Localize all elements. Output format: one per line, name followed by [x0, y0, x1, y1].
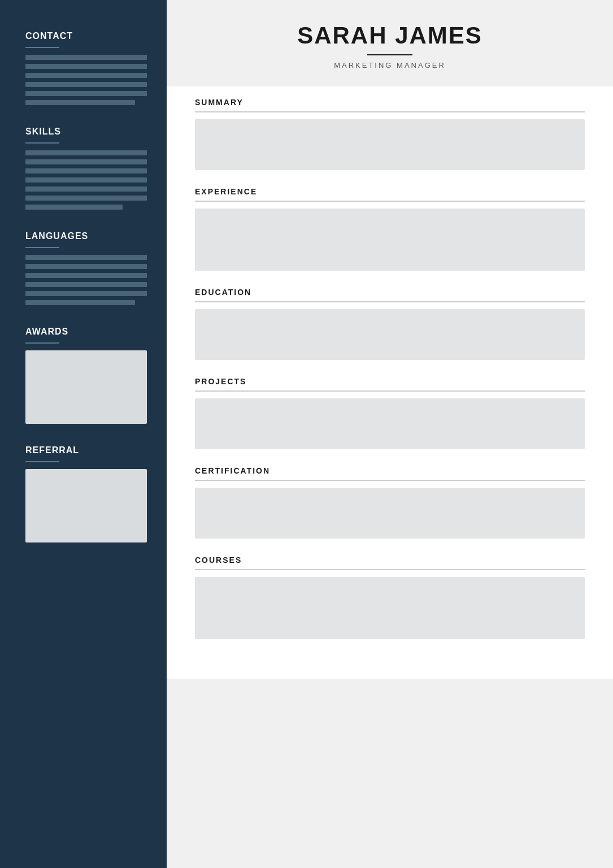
sidebar: CONTACT SKILLS LANGUAGES [0, 0, 167, 868]
projects-underline [195, 390, 585, 392]
referral-content-box [25, 469, 147, 542]
education-title: EDUCATION [195, 288, 585, 297]
awards-content-box [25, 350, 147, 424]
text-line [25, 91, 147, 96]
awards-divider [25, 342, 59, 344]
projects-title: PROJECTS [195, 377, 585, 386]
text-line [25, 300, 135, 305]
education-section: EDUCATION [195, 288, 585, 360]
text-line [25, 273, 147, 278]
certification-content [195, 488, 585, 539]
text-line [25, 82, 147, 87]
certification-section: CERTIFICATION [195, 466, 585, 539]
text-line [25, 264, 147, 269]
sidebar-referral-title: REFERRAL [25, 445, 147, 455]
summary-content [195, 119, 585, 170]
projects-section: PROJECTS [195, 377, 585, 449]
header-divider [367, 54, 412, 55]
languages-lines [25, 255, 147, 305]
experience-underline [195, 201, 585, 202]
summary-title: SUMMARY [195, 98, 585, 107]
candidate-name: SARAH JAMES [189, 23, 590, 49]
courses-section: COURSES [195, 555, 585, 639]
sidebar-contact-title: CONTACT [25, 31, 147, 41]
education-content [195, 309, 585, 360]
text-line [25, 205, 123, 210]
experience-section: EXPERIENCE [195, 187, 585, 271]
certification-underline [195, 480, 585, 481]
sidebar-skills-section: SKILLS [25, 127, 147, 210]
sidebar-referral-section: REFERRAL [25, 445, 147, 542]
certification-title: CERTIFICATION [195, 466, 585, 475]
sections-area: SUMMARY EXPERIENCE EDUCATION PROJECTS CE… [167, 86, 613, 679]
text-line [25, 255, 147, 260]
header: SARAH JAMES MARKETING MANAGER [167, 0, 613, 86]
job-title: MARKETING MANAGER [189, 61, 590, 70]
sidebar-awards-title: AWARDS [25, 327, 147, 337]
languages-divider [25, 247, 59, 248]
contact-lines [25, 55, 147, 105]
experience-content [195, 209, 585, 271]
sidebar-languages-section: LANGUAGES [25, 231, 147, 305]
text-line [25, 73, 147, 78]
text-line [25, 55, 147, 60]
courses-content [195, 577, 585, 639]
referral-divider [25, 461, 59, 462]
projects-content [195, 398, 585, 449]
text-line [25, 196, 147, 201]
text-line [25, 150, 147, 155]
text-line [25, 159, 147, 164]
courses-underline [195, 569, 585, 570]
text-line [25, 168, 147, 173]
summary-underline [195, 111, 585, 112]
text-line [25, 186, 147, 192]
sidebar-awards-section: AWARDS [25, 327, 147, 424]
text-line [25, 177, 147, 183]
text-line [25, 64, 147, 69]
education-underline [195, 301, 585, 302]
sidebar-skills-title: SKILLS [25, 127, 147, 137]
skills-divider [25, 142, 59, 144]
text-line [25, 291, 147, 296]
summary-section: SUMMARY [195, 98, 585, 170]
text-line [25, 282, 147, 287]
courses-title: COURSES [195, 555, 585, 565]
skills-lines [25, 150, 147, 210]
main-content: SARAH JAMES MARKETING MANAGER SUMMARY EX… [167, 0, 613, 868]
sidebar-contact-section: CONTACT [25, 31, 147, 105]
text-line [25, 100, 135, 105]
experience-title: EXPERIENCE [195, 187, 585, 196]
sidebar-languages-title: LANGUAGES [25, 231, 147, 241]
contact-divider [25, 47, 59, 48]
